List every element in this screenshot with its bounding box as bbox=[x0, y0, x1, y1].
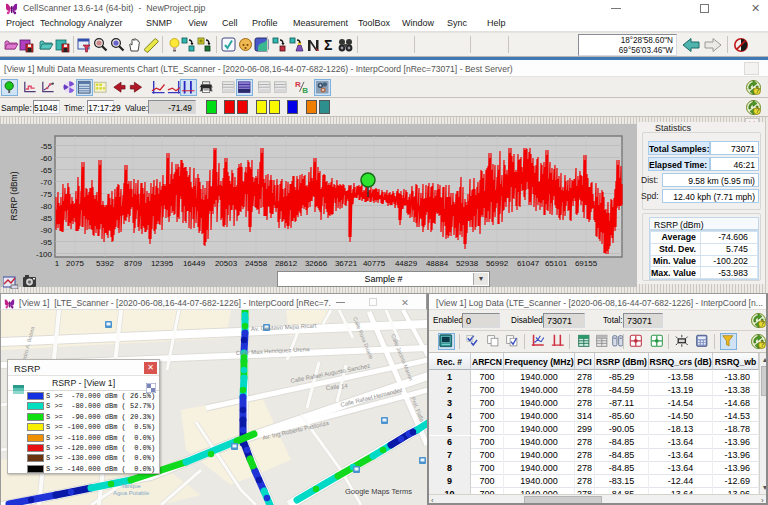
svg-text:1: 1 bbox=[55, 259, 60, 268]
svg-text:20503: 20503 bbox=[215, 259, 238, 268]
svg-text:Calle 14: Calle 14 bbox=[325, 383, 348, 391]
svg-text:?: ? bbox=[761, 320, 765, 327]
svg-text:36721: 36721 bbox=[335, 259, 358, 268]
svg-text:16449: 16449 bbox=[183, 259, 206, 268]
svg-text:48884: 48884 bbox=[426, 259, 449, 268]
svg-text:?: ? bbox=[756, 107, 760, 114]
svg-text:2075: 2075 bbox=[66, 259, 84, 268]
svg-text:Agua Potable: Agua Potable bbox=[113, 490, 150, 496]
svg-text:B: B bbox=[302, 86, 308, 95]
svg-text:-65: -65 bbox=[40, 166, 52, 175]
svg-text:32666: 32666 bbox=[305, 259, 328, 268]
svg-text:R: R bbox=[295, 80, 301, 89]
svg-text:-55: -55 bbox=[40, 142, 52, 151]
svg-text:8709: 8709 bbox=[124, 259, 142, 268]
svg-text:Tanque: Tanque bbox=[121, 483, 141, 489]
svg-text:Google Maps Terms: Google Maps Terms bbox=[345, 487, 412, 496]
svg-text:-75: -75 bbox=[40, 190, 52, 199]
svg-text:-70: -70 bbox=[40, 178, 52, 187]
svg-text:?: ? bbox=[761, 341, 765, 348]
svg-text:69155: 69155 bbox=[575, 259, 598, 268]
svg-text:RSRP (dBm): RSRP (dBm) bbox=[9, 171, 19, 220]
svg-text:-100: -100 bbox=[36, 250, 53, 259]
svg-text:56992: 56992 bbox=[486, 259, 509, 268]
svg-text:52938: 52938 bbox=[456, 259, 479, 268]
svg-text:44829: 44829 bbox=[395, 259, 418, 268]
svg-text:?: ? bbox=[756, 87, 760, 94]
svg-text:65101: 65101 bbox=[545, 259, 568, 268]
svg-text:24558: 24558 bbox=[245, 259, 268, 268]
svg-text:Σ: Σ bbox=[324, 37, 332, 53]
svg-text:28612: 28612 bbox=[275, 259, 298, 268]
svg-text:-95: -95 bbox=[40, 238, 52, 247]
svg-text:12395: 12395 bbox=[151, 259, 174, 268]
svg-text:40775: 40775 bbox=[363, 259, 386, 268]
svg-text:-90: -90 bbox=[40, 226, 52, 235]
svg-text:61047: 61047 bbox=[517, 259, 540, 268]
svg-text:-85: -85 bbox=[40, 214, 52, 223]
svg-text:5392: 5392 bbox=[96, 259, 114, 268]
svg-text:-60: -60 bbox=[40, 154, 52, 163]
svg-text:-80: -80 bbox=[40, 202, 52, 211]
